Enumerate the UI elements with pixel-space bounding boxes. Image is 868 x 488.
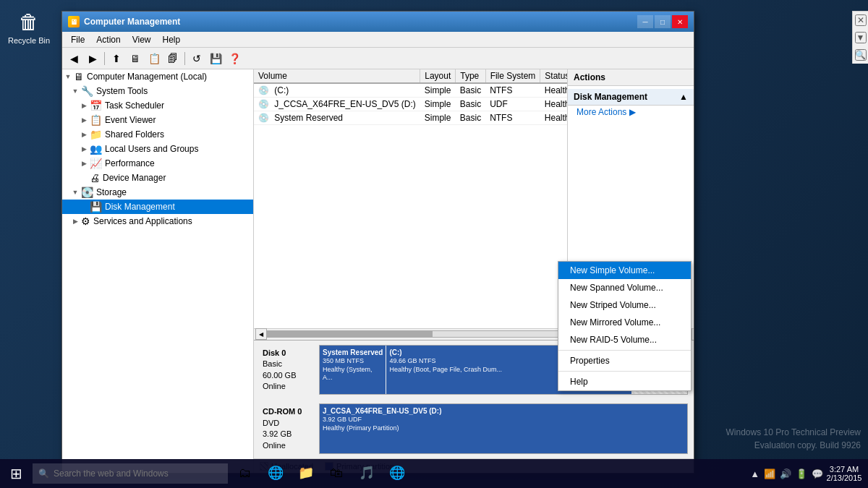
scroll-left[interactable]: ◀	[255, 328, 267, 340]
sidebar-services-label: Services and Applications	[93, 216, 192, 226]
panel-chevron-down[interactable]: ▼	[855, 32, 867, 43]
tray-network[interactable]: 📶	[764, 468, 775, 479]
computer-management-window: 🖥 Computer Management ─ □ ✕ File Action …	[61, 11, 694, 474]
ctx-new-striped[interactable]: New Striped Volume...	[558, 296, 691, 314]
watermark: Windows 10 Pro Technical Preview Evaluat…	[726, 426, 861, 452]
sidebar-item-disk-management[interactable]: 💾 Disk Management	[62, 200, 253, 214]
col-volume[interactable]: Volume	[254, 69, 420, 83]
minimize-button[interactable]: ─	[637, 15, 653, 28]
tray-message[interactable]: 💬	[812, 468, 823, 479]
table-header-row: Volume Layout Type File System Status	[254, 69, 567, 83]
toolbar-forward[interactable]: ▶	[84, 50, 101, 67]
ctx-new-spanned[interactable]: New Spanned Volume...	[558, 279, 691, 296]
disk0-partition-sysreserved[interactable]: System Reserved 350 MB NTFS Healthy (Sys…	[320, 346, 386, 395]
taskbar-app-edge[interactable]: 🌐	[261, 461, 290, 487]
disk0-name: Disk 0	[263, 348, 315, 359]
sidebar-item-shared-folders[interactable]: ▶ 📁 Shared Folders	[62, 127, 253, 142]
toolbar-up[interactable]: ⬆	[108, 50, 125, 67]
sidebar-item-local-users[interactable]: ▶ 👥 Local Users and Groups	[62, 142, 253, 156]
services-expand[interactable]: ▶	[71, 217, 80, 226]
local-users-expand[interactable]: ▶	[80, 145, 88, 153]
partition-size: 3.92 GB UDF	[323, 416, 684, 424]
menu-action[interactable]: Action	[90, 33, 126, 46]
cdrom0-name: CD-ROM 0	[263, 406, 315, 417]
window-title: Computer Management	[84, 17, 180, 27]
toolbar-refresh[interactable]: ↺	[188, 50, 205, 67]
tray-battery[interactable]: 🔋	[796, 468, 807, 479]
toolbar-back[interactable]: ◀	[65, 50, 82, 67]
close-button[interactable]: ✕	[672, 15, 688, 28]
taskbar-app-browser2[interactable]: 🌐	[383, 461, 412, 487]
menu-help[interactable]: Help	[157, 33, 187, 46]
actions-section-arrow: ▲	[679, 92, 688, 102]
taskbar-app-store[interactable]: 🛍	[322, 461, 351, 487]
col-filesystem[interactable]: File System	[485, 69, 540, 83]
partition-status: Healthy (System, A...	[323, 366, 383, 382]
sidebar-item-performance[interactable]: ▶ 📈 Performance	[62, 156, 253, 171]
toolbar-new-window[interactable]: 🗐	[164, 50, 182, 67]
toolbar: ◀ ▶ ⬆ 🖥 📋 🗐 ↺ 💾 ❓	[62, 48, 694, 69]
col-type[interactable]: Type	[456, 69, 485, 83]
col-status[interactable]: Status	[540, 69, 567, 83]
root-expand[interactable]: ▼	[64, 72, 72, 81]
actions-section-header[interactable]: Disk Management ▲	[568, 89, 694, 106]
recycle-bin[interactable]: 🗑 Recycle Bin	[7, 7, 51, 45]
cell-status: Healthy (Primary Partition)	[540, 98, 567, 111]
sidebar-performance-label: Performance	[105, 158, 155, 168]
sidebar-item-storage[interactable]: ▼ 💽 Storage	[62, 185, 253, 200]
recycle-bin-icon: 🗑	[14, 7, 43, 36]
sidebar-item-system-tools[interactable]: ▼ 🔧 System Tools	[62, 84, 253, 98]
system-tools-expand[interactable]: ▼	[71, 87, 80, 95]
shared-folders-expand[interactable]: ▶	[80, 130, 88, 139]
sidebar-shared-folders-label: Shared Folders	[105, 129, 164, 140]
menu-view[interactable]: View	[127, 33, 157, 46]
start-button[interactable]: ⊞	[0, 459, 33, 488]
ctx-new-simple[interactable]: New Simple Volume...	[558, 262, 691, 279]
ctx-properties[interactable]: Properties	[558, 352, 691, 369]
taskbar-app-files[interactable]: 🗂	[231, 461, 260, 487]
search-box[interactable]: 🔍	[33, 463, 228, 484]
performance-expand[interactable]: ▶	[80, 159, 88, 168]
toolbar-properties[interactable]: 📋	[145, 50, 163, 67]
volume-table-area: Volume Layout Type File System Status	[254, 69, 567, 328]
sidebar-item-device-manager[interactable]: 🖨 Device Manager	[62, 171, 253, 185]
taskbar-app-media[interactable]: 🎵	[352, 461, 381, 487]
search-input[interactable]	[54, 468, 222, 479]
storage-expand[interactable]: ▼	[71, 188, 80, 197]
cdrom0-label: CD-ROM 0 DVD 3.92 GB Online	[260, 403, 318, 454]
event-viewer-expand[interactable]: ▶	[80, 116, 88, 124]
panel-close-btn[interactable]: ✕	[855, 14, 867, 26]
maximize-button[interactable]: □	[655, 15, 671, 28]
cell-fs: NTFS	[485, 83, 540, 98]
ctx-new-mirrored[interactable]: New Mirrored Volume...	[558, 314, 691, 331]
action-more-actions[interactable]: More Actions ▶	[568, 106, 694, 119]
toolbar-help[interactable]: ❓	[226, 50, 243, 67]
sidebar-item-task-scheduler[interactable]: ▶ 📅 Task Scheduler	[62, 98, 253, 113]
panel-search-btn[interactable]: 🔍	[855, 49, 867, 61]
toolbar-computer[interactable]: 🖥	[127, 50, 144, 67]
disk0-label: Disk 0 Basic 60.00 GB Online	[260, 345, 318, 395]
table-row[interactable]: 💿 System Reserved Simple Basic NTFS Heal…	[254, 111, 567, 125]
ctx-new-raid5[interactable]: New RAID-5 Volume...	[558, 331, 691, 348]
table-row[interactable]: 💿 J_CCSA_X64FRE_EN-US_DV5 (D:) Simple Ba…	[254, 98, 567, 111]
cell-fs: UDF	[485, 98, 540, 111]
sidebar-root[interactable]: ▼ 🖥 Computer Management (Local)	[62, 69, 253, 84]
menu-file[interactable]: File	[65, 33, 90, 46]
clock-time: 3:27 AM	[830, 465, 859, 474]
recycle-bin-label: Recycle Bin	[8, 36, 50, 45]
title-bar-left: 🖥 Computer Management	[68, 16, 180, 27]
partition-size: 350 MB NTFS	[323, 357, 383, 366]
taskbar-app-explorer[interactable]: 📁	[292, 461, 320, 487]
task-scheduler-expand[interactable]: ▶	[80, 101, 88, 110]
tray-chevron[interactable]: ▲	[750, 468, 760, 479]
ctx-help[interactable]: Help	[558, 373, 691, 390]
tray-volume[interactable]: 🔊	[780, 468, 791, 479]
sidebar-item-services[interactable]: ▶ ⚙ Services and Applications	[62, 214, 253, 228]
sidebar-item-event-viewer[interactable]: ▶ 📋 Event Viewer	[62, 113, 253, 127]
clock[interactable]: 3:27 AM 2/13/2015	[826, 465, 862, 482]
taskbar: ⊞ 🔍 🗂 🌐 📁 🛍 🎵 🌐 ▲ 📶 🔊 🔋 💬 3:27 AM	[0, 459, 868, 488]
toolbar-export[interactable]: 💾	[207, 50, 224, 67]
col-layout[interactable]: Layout	[420, 69, 456, 83]
table-row[interactable]: 💿 (C:) Simple Basic NTFS Healthy (Boot, …	[254, 83, 567, 98]
cdrom0-partition-dvd[interactable]: J_CCSA_X64FRE_EN-US_DV5 (D:) 3.92 GB UDF…	[320, 404, 687, 453]
